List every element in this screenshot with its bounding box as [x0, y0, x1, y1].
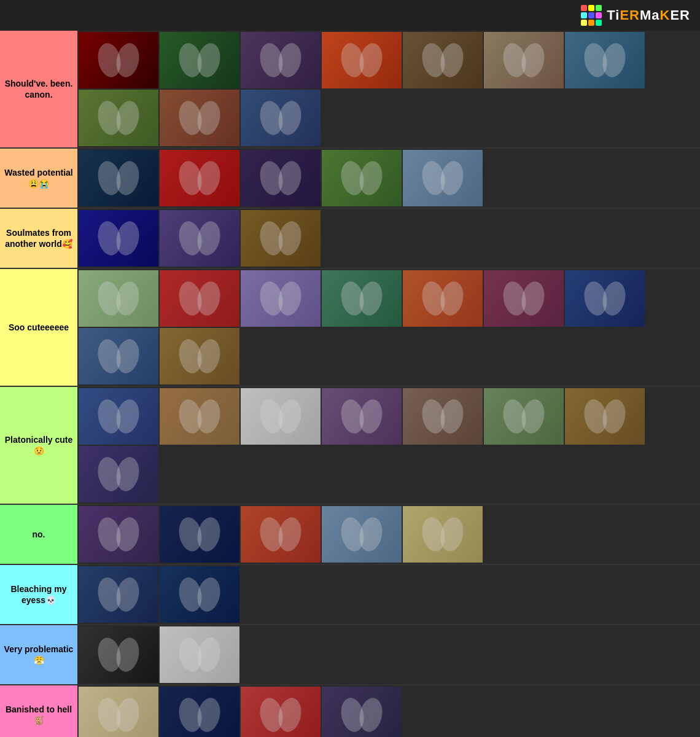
tier-image-ban1	[79, 687, 158, 737]
tiers-container: Should've. been. canon.Wasted potential😩…	[0, 31, 700, 737]
logo: TiERMaKER	[581, 5, 690, 26]
tier-label-shouldve: Should've. been. canon.	[0, 31, 77, 147]
tier-row-wasted: Wasted potential😩😭	[0, 149, 700, 209]
tier-images-very-problematic	[77, 625, 700, 684]
tier-image-plat2	[160, 388, 239, 445]
tier-image-no5	[403, 506, 483, 563]
tier-image-couple1	[79, 32, 158, 88]
tier-row-shouldve: Should've. been. canon.	[0, 31, 700, 149]
tier-image-couple7	[565, 32, 645, 88]
tier-row-platonically: Platonically cute 😟	[0, 387, 700, 505]
tier-image-soul2	[160, 210, 239, 267]
tier-image-couple6	[484, 32, 564, 88]
tier-image-cute7	[565, 270, 645, 327]
tier-image-couple4	[322, 32, 402, 88]
tier-image-plat7	[565, 388, 645, 445]
logo-grid	[581, 5, 602, 26]
tier-image-plat5	[403, 388, 483, 445]
tier-image-cute3	[241, 270, 321, 327]
tier-images-banished	[77, 685, 700, 737]
tier-image-wasted5	[403, 150, 483, 206]
tier-image-couple9	[160, 90, 239, 146]
tier-image-couple5	[403, 32, 483, 88]
tier-image-plat8	[79, 446, 158, 502]
tier-label-bleaching: Bleaching my eyess💀	[0, 565, 77, 624]
tier-images-no	[77, 505, 700, 564]
tier-image-wasted3	[241, 150, 321, 206]
tier-image-cute8	[79, 328, 158, 384]
tier-image-no4	[322, 506, 402, 563]
tier-image-couple3	[241, 32, 321, 88]
tier-image-wasted4	[322, 150, 402, 206]
logo-cell	[581, 12, 587, 18]
tier-label-soo-cute: Soo cuteeeeee	[0, 269, 77, 386]
tier-images-shouldve	[77, 31, 700, 147]
tier-image-cute9	[160, 328, 239, 384]
tier-row-very-problematic: Very problematic 😤	[0, 625, 700, 685]
tier-image-ban2	[160, 687, 239, 737]
tier-image-plat1	[79, 388, 158, 445]
tier-image-cute2	[160, 270, 239, 327]
tier-label-soulmates: Soulmates from another world🥰	[0, 209, 77, 268]
tier-image-soul3	[241, 210, 321, 267]
tier-row-soulmates: Soulmates from another world🥰	[0, 209, 700, 269]
tier-image-wasted2	[160, 150, 239, 206]
tier-images-bleaching	[77, 565, 700, 624]
tier-row-no: no.	[0, 505, 700, 565]
tier-image-cute5	[403, 270, 483, 327]
tier-image-couple2	[160, 32, 239, 88]
logo-cell	[588, 5, 594, 11]
tier-image-cute4	[322, 270, 402, 327]
tier-image-ban4	[322, 687, 402, 737]
logo-cell	[581, 5, 587, 11]
tier-image-cute6	[484, 270, 564, 327]
tier-image-prob2	[160, 626, 239, 683]
tier-label-very-problematic: Very problematic 😤	[0, 625, 77, 684]
tier-image-bleach2	[160, 566, 239, 623]
tier-image-no2	[160, 506, 239, 563]
tier-image-prob1	[79, 626, 158, 683]
logo-cell	[581, 20, 587, 26]
tier-image-wasted1	[79, 150, 158, 206]
tier-row-soo-cute: Soo cuteeeeee	[0, 269, 700, 387]
tier-image-couple10	[241, 90, 321, 146]
tier-label-no: no.	[0, 505, 77, 564]
tier-images-soo-cute	[77, 269, 700, 386]
tier-images-soulmates	[77, 209, 700, 268]
logo-cell	[596, 20, 602, 26]
tier-row-bleaching: Bleaching my eyess💀	[0, 565, 700, 625]
tier-image-soul1	[79, 210, 158, 267]
tier-image-bleach1	[79, 566, 158, 623]
logo-cell	[588, 12, 594, 18]
tiermaker-app: TiERMaKER Should've. been. canon.Wasted …	[0, 0, 700, 737]
tier-image-plat4	[322, 388, 402, 445]
tier-label-wasted: Wasted potential😩😭	[0, 149, 77, 208]
tier-images-platonically	[77, 387, 700, 504]
tier-image-plat3	[241, 388, 321, 445]
tier-label-platonically: Platonically cute 😟	[0, 387, 77, 504]
logo-text: TiERMaKER	[607, 7, 690, 23]
tier-label-banished: Banished to hell 🐒	[0, 685, 77, 737]
logo-cell	[596, 5, 602, 11]
tier-image-no3	[241, 506, 321, 563]
header: TiERMaKER	[0, 0, 700, 31]
logo-cell	[588, 20, 594, 26]
tier-image-ban3	[241, 687, 321, 737]
tier-row-banished: Banished to hell 🐒	[0, 685, 700, 737]
tier-image-plat6	[484, 388, 564, 445]
tier-image-couple8	[79, 90, 158, 146]
tier-images-wasted	[77, 149, 700, 208]
tier-image-cute1	[79, 270, 158, 327]
tier-image-no1	[79, 506, 158, 563]
logo-cell	[596, 12, 602, 18]
